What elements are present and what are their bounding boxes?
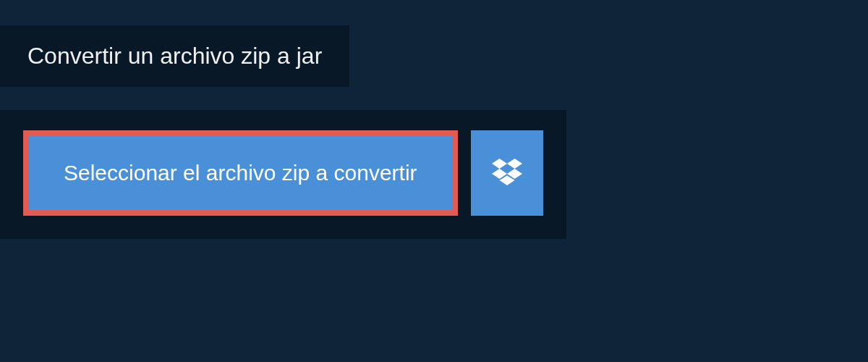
title-text: Convertir un archivo zip a jar — [27, 43, 322, 69]
select-file-label: Seleccionar el archivo zip a convertir — [64, 161, 417, 185]
dropbox-button[interactable] — [471, 130, 543, 216]
converter-panel: Convertir un archivo zip a jar Seleccion… — [0, 0, 868, 362]
page-title: Convertir un archivo zip a jar — [0, 25, 349, 87]
upload-button-area: Seleccionar el archivo zip a convertir — [0, 110, 566, 239]
dropbox-icon — [492, 159, 522, 188]
select-file-button[interactable]: Seleccionar el archivo zip a convertir — [23, 130, 458, 216]
